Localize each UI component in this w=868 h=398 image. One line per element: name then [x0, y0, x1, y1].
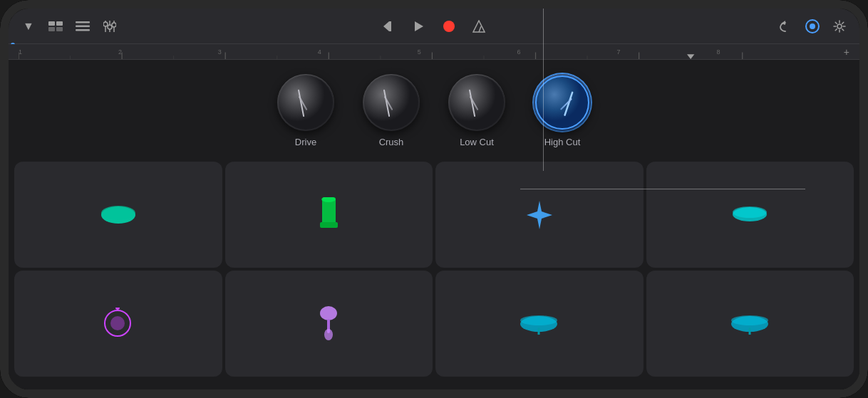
ruler-mark-3: 3 [218, 48, 222, 56]
ruler-mark-2: 2 [118, 48, 122, 56]
svg-rect-2 [48, 27, 55, 31]
pad-6[interactable] [225, 271, 433, 377]
svg-rect-4 [76, 21, 90, 23]
svg-point-62 [520, 315, 557, 325]
low-cut-label: Low Cut [460, 137, 494, 147]
crush-label: Crush [379, 137, 404, 147]
svg-point-22 [837, 24, 842, 28]
drive-label: Drive [295, 137, 316, 147]
high-cut-knob-container: High Cut [520, 74, 605, 147]
svg-point-48 [101, 206, 135, 220]
svg-rect-5 [76, 25, 90, 27]
svg-point-11 [108, 25, 112, 29]
svg-point-12 [112, 23, 116, 27]
svg-point-57 [115, 308, 120, 310]
svg-point-16 [443, 21, 455, 32]
pad-7[interactable] [435, 271, 644, 377]
pad-5[interactable] [14, 271, 222, 377]
svg-point-10 [103, 22, 108, 26]
drive-knob[interactable] [277, 74, 334, 131]
svg-point-45 [536, 76, 589, 129]
svg-point-53 [733, 206, 767, 218]
svg-point-39 [279, 75, 333, 130]
drive-knob-container: Drive [263, 74, 348, 147]
ruler-mark-7: 7 [617, 48, 621, 56]
ruler-mark-6: 6 [517, 48, 521, 56]
pad-4[interactable] [646, 162, 854, 268]
toolbar: ▼ [9, 9, 859, 44]
toolbar-right [775, 16, 849, 36]
high-cut-label: High Cut [544, 137, 581, 147]
tune-icon[interactable] [802, 16, 822, 36]
ruler-mark-5: 5 [418, 48, 421, 56]
svg-rect-14 [389, 21, 391, 31]
crush-knob[interactable] [363, 74, 420, 131]
crush-knob-container: Crush [348, 74, 434, 147]
svg-marker-13 [383, 21, 389, 31]
phone-frame: ▼ [0, 0, 868, 398]
pad-2[interactable] [225, 162, 433, 268]
rewind-icon[interactable] [379, 16, 399, 36]
play-icon[interactable] [409, 16, 429, 36]
pad-grid [9, 162, 859, 382]
svg-point-55 [110, 316, 125, 330]
undo-icon[interactable] [775, 16, 795, 36]
power-button[interactable] [865, 114, 868, 157]
screen: ▼ [9, 9, 859, 389]
svg-rect-50 [320, 222, 338, 228]
low-cut-knob[interactable] [448, 74, 505, 131]
svg-rect-0 [48, 21, 55, 26]
main-content: Drive [9, 60, 859, 389]
mixer-icon[interactable] [100, 16, 120, 36]
svg-rect-6 [76, 29, 90, 31]
ruler-mark-4: 4 [318, 48, 321, 56]
high-cut-knob[interactable] [534, 74, 591, 131]
toolbar-center [379, 16, 489, 36]
dropdown-icon[interactable]: ▼ [19, 16, 38, 36]
settings-icon[interactable] [830, 16, 849, 36]
svg-point-65 [731, 315, 768, 325]
svg-point-58 [320, 306, 337, 320]
ruler: 1 2 3 4 5 6 7 8 [9, 44, 859, 60]
svg-point-60 [324, 329, 333, 340]
svg-rect-1 [56, 21, 63, 26]
svg-point-41 [364, 75, 418, 130]
svg-rect-3 [56, 27, 63, 31]
svg-point-43 [450, 75, 504, 130]
record-icon[interactable] [439, 16, 459, 36]
metronome-icon[interactable] [469, 16, 489, 36]
svg-point-21 [810, 23, 815, 29]
svg-line-18 [479, 26, 481, 32]
knobs-section: Drive [9, 67, 859, 162]
ruler-mark-1: 1 [19, 48, 22, 56]
pad-8[interactable] [646, 271, 854, 377]
pad-1[interactable] [14, 162, 222, 268]
pad-3[interactable] [435, 162, 644, 268]
svg-marker-15 [415, 21, 423, 31]
svg-marker-17 [473, 21, 485, 32]
svg-marker-38 [687, 54, 694, 59]
low-cut-knob-container: Low Cut [434, 74, 520, 147]
ruler-mark-8: 8 [716, 48, 720, 56]
list-icon[interactable] [73, 16, 93, 36]
track-view-icon[interactable] [46, 16, 66, 36]
ruler-add-button[interactable]: + [844, 46, 849, 58]
